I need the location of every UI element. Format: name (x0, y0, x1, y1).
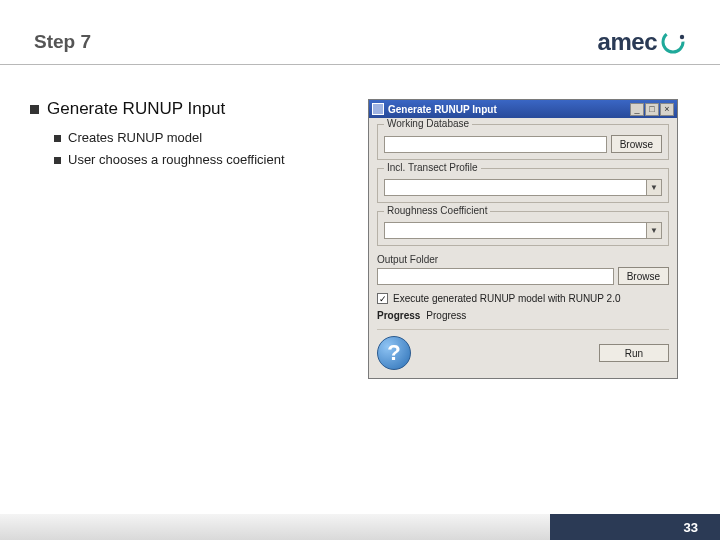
transect-profile-group: Incl. Transect Profile ▼ (377, 168, 669, 203)
close-button[interactable]: × (660, 103, 674, 116)
chevron-down-icon: ▼ (646, 180, 661, 195)
slide-footer: 33 (0, 514, 720, 540)
svg-point-1 (680, 35, 684, 39)
browse-button[interactable]: Browse (611, 135, 662, 153)
footer-gradient (0, 514, 550, 540)
runup-dialog: Generate RUNUP Input _ □ × Working Datab… (368, 99, 678, 379)
sub-bullet-row: User chooses a roughness coefficient (54, 151, 350, 169)
bullet-column: Generate RUNUP Input Creates RUNUP model… (30, 99, 350, 379)
run-button[interactable]: Run (599, 344, 669, 362)
square-bullet-icon (54, 157, 61, 164)
chevron-down-icon: ▼ (646, 223, 661, 238)
app-icon (372, 103, 384, 115)
logo-text: amec (598, 28, 657, 56)
sub-bullet-row: Creates RUNUP model (54, 129, 350, 147)
amec-logo: amec (598, 28, 686, 56)
sub-bullet-list: Creates RUNUP model User chooses a rough… (54, 129, 350, 169)
roughness-coefficient-dropdown[interactable]: ▼ (384, 222, 662, 239)
sub-bullet-text: User chooses a roughness coefficient (68, 151, 285, 169)
square-bullet-icon (54, 135, 61, 142)
slide-content: Generate RUNUP Input Creates RUNUP model… (0, 65, 720, 379)
group-label: Incl. Transect Profile (384, 162, 481, 173)
slide-header: Step 7 amec (0, 0, 720, 65)
page-number: 33 (684, 520, 698, 535)
transect-profile-dropdown[interactable]: ▼ (384, 179, 662, 196)
square-bullet-icon (30, 105, 39, 114)
browse-output-button[interactable]: Browse (618, 267, 669, 285)
roughness-coefficient-group: Roughness Coefficient ▼ (377, 211, 669, 246)
dialog-titlebar: Generate RUNUP Input _ □ × (369, 100, 677, 118)
main-bullet-row: Generate RUNUP Input (30, 99, 350, 119)
progress-label: Progress (377, 310, 420, 321)
main-bullet-text: Generate RUNUP Input (47, 99, 225, 119)
progress-sub-label: Progress (426, 310, 466, 321)
group-label: Roughness Coefficient (384, 205, 490, 216)
dialog-title: Generate RUNUP Input (388, 104, 630, 115)
dialog-body: Working Database Browse Incl. Transect P… (369, 118, 677, 378)
output-folder-label: Output Folder (377, 254, 669, 265)
window-buttons: _ □ × (630, 103, 674, 116)
logo-swish-icon (660, 29, 686, 55)
svg-point-0 (663, 32, 683, 52)
checkbox-label: Execute generated RUNUP model with RUNUP… (393, 293, 621, 304)
slide-title: Step 7 (34, 31, 91, 53)
help-icon[interactable]: ? (377, 336, 411, 370)
output-folder-input[interactable] (377, 268, 614, 285)
working-database-group: Working Database Browse (377, 124, 669, 160)
sub-bullet-text: Creates RUNUP model (68, 129, 202, 147)
execute-checkbox[interactable]: ✓ (377, 293, 388, 304)
group-label: Working Database (384, 118, 472, 129)
dialog-bottom-row: ? Run (377, 330, 669, 370)
working-database-input[interactable] (384, 136, 607, 153)
progress-row: Progress Progress (377, 310, 669, 321)
minimize-button[interactable]: _ (630, 103, 644, 116)
maximize-button[interactable]: □ (645, 103, 659, 116)
execute-checkbox-row: ✓ Execute generated RUNUP model with RUN… (377, 293, 669, 304)
page-number-box: 33 (550, 514, 720, 540)
